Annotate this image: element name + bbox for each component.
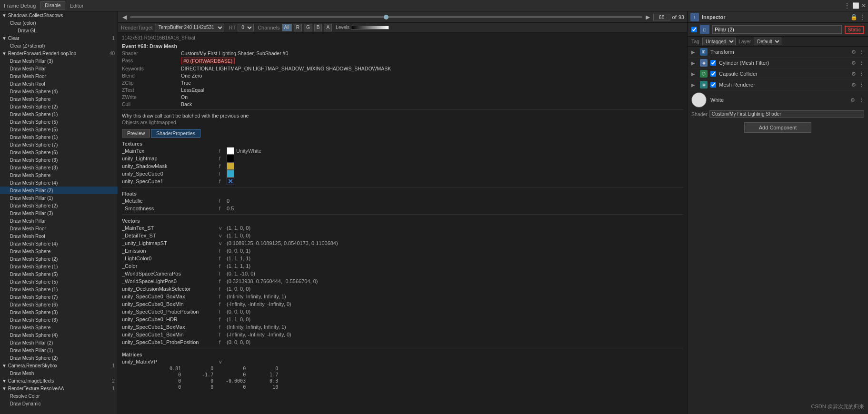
channel-b-btn[interactable]: B — [314, 24, 322, 31]
list-item[interactable]: Draw Mesh Sphere (5) — [0, 126, 118, 133]
list-item[interactable]: Draw Mesh Sphere (4) — [0, 331, 118, 339]
layer-select[interactable]: Default — [754, 38, 781, 45]
list-item[interactable]: Draw Mesh Sphere — [0, 324, 118, 331]
list-item[interactable]: Draw Mesh Sphere (4) — [0, 240, 118, 247]
list-item[interactable]: Draw Mesh Sphere (3) — [0, 316, 118, 324]
list-item[interactable]: Draw Mesh Sphere — [0, 171, 118, 179]
list-item[interactable]: Draw Mesh Sphere (5) — [0, 278, 118, 286]
capsulecollider-more-icon[interactable]: ⋮ — [859, 71, 864, 77]
list-item[interactable]: Draw Dynamic — [0, 400, 118, 407]
list-item[interactable]: ▼ Clear1 — [0, 34, 118, 42]
meshfilter-component[interactable]: ▶ ◈ Cylinder (Mesh Filter) ⚙ ⋮ — [688, 58, 868, 69]
meshrenderer-expand-icon[interactable]: ▶ — [691, 82, 697, 88]
list-item[interactable]: Draw Mesh Sphere (6) — [0, 148, 118, 156]
meshfilter-checkbox[interactable] — [710, 60, 716, 66]
list-item[interactable]: Clear (Z+stencil) — [0, 42, 118, 49]
list-item[interactable]: Draw Mesh Pillar (3) — [0, 57, 118, 65]
tag-select[interactable]: Untagged — [702, 38, 736, 45]
transform-expand-icon[interactable]: ▶ — [691, 49, 697, 55]
list-item[interactable]: Draw Mesh Sphere (2) — [0, 354, 118, 362]
list-item[interactable]: Draw Mesh Sphere (3) — [0, 308, 118, 316]
list-item[interactable]: Draw Mesh Roof — [0, 232, 118, 240]
tab-preview[interactable]: Preview — [122, 129, 150, 138]
list-item[interactable]: Draw Mesh Sphere (5) — [0, 270, 118, 278]
list-item[interactable]: Draw Mesh Sphere (1) — [0, 286, 118, 293]
transform-settings-icon[interactable]: ⚙ — [851, 49, 856, 55]
current-frame-input[interactable] — [653, 14, 670, 20]
list-item[interactable]: Draw Mesh Sphere (7) — [0, 293, 118, 301]
prop-type: f — [219, 156, 225, 161]
list-item[interactable]: Draw Mesh — [0, 369, 118, 377]
channel-r-btn[interactable]: R — [294, 24, 302, 31]
list-item[interactable]: Draw Mesh Sphere (3) — [0, 156, 118, 164]
material-more-icon[interactable]: ⋮ — [859, 97, 864, 103]
list-item[interactable]: ▼ RenderForward.RenderLoopJob40 — [0, 49, 118, 57]
list-item[interactable]: Draw Mesh Sphere (2) — [0, 103, 118, 110]
levels-slider[interactable] — [351, 26, 389, 30]
obj-name-input[interactable] — [712, 25, 842, 34]
capsulecollider-component[interactable]: ▶ ⬡ Capsule Collider ⚙ ⋮ — [688, 69, 868, 79]
capsulecollider-settings-icon[interactable]: ⚙ — [851, 71, 856, 77]
more-icon[interactable]: ⋮ — [844, 2, 850, 10]
list-item[interactable]: Draw Mesh Floor — [0, 225, 118, 232]
list-item[interactable]: Draw Mesh Pillar — [0, 217, 118, 225]
list-item[interactable]: Resolve Color — [0, 392, 118, 400]
list-item[interactable]: Draw Mesh Sphere (1) — [0, 133, 118, 141]
list-item[interactable]: Draw Mesh Roof — [0, 80, 118, 88]
prev-button[interactable]: ◀ — [121, 14, 128, 20]
list-item[interactable]: ▼ Camera.RenderSkybox1 — [0, 362, 118, 369]
list-item[interactable]: Draw Mesh Pillar (1) — [0, 194, 118, 202]
list-item[interactable]: Clear (color) — [0, 19, 118, 27]
more-options-icon[interactable]: ⋮ — [859, 14, 865, 20]
add-component-button[interactable]: Add Component — [744, 122, 812, 133]
disable-button[interactable]: Disable — [40, 1, 65, 10]
list-item[interactable]: Draw Mesh Sphere (6) — [0, 301, 118, 308]
list-item[interactable]: Draw Mesh Pillar (3) — [0, 209, 118, 217]
playback-slider[interactable] — [130, 16, 642, 18]
meshfilter-expand-icon[interactable]: ▶ — [691, 60, 697, 66]
rt-select[interactable]: 0 — [238, 24, 254, 31]
list-item[interactable]: ▼ Shadows.CollectShadows — [0, 11, 118, 19]
material-settings-icon[interactable]: ⚙ — [850, 97, 855, 103]
list-item[interactable]: Draw Mesh Sphere — [0, 247, 118, 255]
tab-shaderproperties[interactable]: ShaderProperties — [151, 129, 200, 138]
list-item[interactable]: Draw Mesh Pillar (1) — [0, 346, 118, 354]
channel-g-btn[interactable]: G — [304, 24, 312, 31]
list-item[interactable]: Draw Mesh Sphere — [0, 95, 118, 103]
list-item[interactable]: Draw Mesh Floor — [0, 72, 118, 80]
next-button[interactable]: ▶ — [644, 14, 651, 20]
channel-all-btn[interactable]: All — [282, 24, 292, 31]
channel-a-btn[interactable]: A — [324, 24, 332, 31]
list-item[interactable]: Draw Mesh Sphere (3) — [0, 164, 118, 171]
obj-active-checkbox[interactable] — [691, 27, 697, 32]
list-item[interactable]: Draw Mesh Pillar (2) — [0, 187, 118, 194]
list-item[interactable]: Draw Mesh Pillar — [0, 65, 118, 72]
list-item[interactable]: Draw GL — [0, 27, 118, 34]
list-item[interactable]: Draw Mesh Sphere (1) — [0, 110, 118, 118]
meshfilter-settings-icon[interactable]: ⚙ — [851, 60, 856, 66]
meshrenderer-checkbox[interactable] — [710, 82, 716, 88]
list-item[interactable]: Draw Mesh Sphere (4) — [0, 88, 118, 95]
lock-icon[interactable]: 🔒 — [850, 14, 858, 20]
list-item[interactable]: ▼ RenderTexture.ResolveAA1 — [0, 384, 118, 392]
list-item[interactable]: Draw Mesh Sphere (2) — [0, 202, 118, 209]
capsulecollider-expand-icon[interactable]: ▶ — [691, 71, 697, 77]
list-item[interactable]: Draw Mesh Sphere (7) — [0, 141, 118, 148]
list-item[interactable]: Draw Mesh Pillar (2) — [0, 339, 118, 346]
list-item[interactable]: ▼ Camera.ImageEffects2 — [0, 377, 118, 384]
close-icon[interactable]: ✕ — [861, 2, 866, 9]
maximize-icon[interactable]: ⬜ — [852, 2, 859, 9]
capsulecollider-checkbox[interactable] — [710, 71, 716, 77]
list-item[interactable]: Draw Mesh Sphere (1) — [0, 263, 118, 270]
list-item[interactable]: Draw Mesh Sphere (5) — [0, 118, 118, 126]
shader-value-input[interactable] — [709, 110, 864, 118]
meshrenderer-settings-icon[interactable]: ⚙ — [851, 82, 856, 88]
list-item[interactable]: Draw Mesh Sphere (4) — [0, 179, 118, 187]
list-item[interactable]: Draw Mesh Sphere (2) — [0, 255, 118, 263]
transform-more-icon[interactable]: ⋮ — [859, 49, 864, 55]
rendertarget-select[interactable]: TempBuffer 240 1142x531 — [155, 24, 224, 31]
meshrenderer-component[interactable]: ▶ ◈ Mesh Renderer ⚙ ⋮ — [688, 79, 868, 90]
transform-component[interactable]: ▶ ⊞ Transform ⚙ ⋮ — [688, 47, 868, 58]
meshfilter-more-icon[interactable]: ⋮ — [859, 60, 864, 66]
meshrenderer-more-icon[interactable]: ⋮ — [859, 82, 864, 88]
